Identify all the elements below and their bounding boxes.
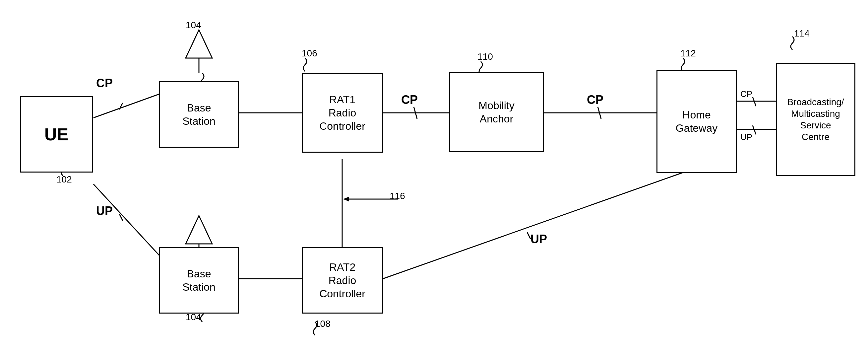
svg-line-21 bbox=[383, 172, 683, 279]
ref-104-bot: 104 bbox=[186, 312, 201, 323]
svg-line-7 bbox=[119, 214, 123, 221]
svg-line-11 bbox=[414, 107, 417, 119]
ref-116: 116 bbox=[390, 191, 405, 201]
diagram-svg bbox=[0, 0, 868, 362]
svg-line-5 bbox=[119, 103, 123, 110]
svg-marker-2 bbox=[186, 216, 212, 244]
svg-line-15 bbox=[753, 97, 756, 106]
up-label-hg: UP bbox=[740, 132, 752, 142]
cp-label-top: CP bbox=[96, 76, 113, 90]
mobility-anchor-label: MobilityAnchor bbox=[478, 99, 514, 126]
ref-110: 110 bbox=[477, 51, 493, 62]
ue-label: UE bbox=[44, 124, 68, 145]
ref-108: 108 bbox=[315, 318, 331, 329]
cp-label-right: CP bbox=[587, 93, 603, 107]
ue-box: UE bbox=[20, 96, 93, 172]
cp-label-hg: CP bbox=[740, 89, 752, 99]
up-label-diagonal: UP bbox=[530, 232, 547, 246]
ref-104-top: 104 bbox=[186, 20, 201, 30]
svg-line-4 bbox=[93, 93, 162, 118]
home-gateway-label: HomeGateway bbox=[676, 108, 717, 135]
rat1-box: RAT1RadioController bbox=[302, 73, 383, 152]
diagram: UE 102 BaseStation 104 BaseStation 104 R… bbox=[0, 0, 868, 362]
svg-marker-20 bbox=[343, 197, 349, 201]
base-station-top-box: BaseStation bbox=[159, 81, 239, 148]
rat2-label: RAT2RadioController bbox=[319, 260, 365, 300]
svg-line-22 bbox=[527, 232, 530, 239]
ue-ref: 102 bbox=[56, 174, 72, 185]
base-station-bottom-box: BaseStation bbox=[159, 247, 239, 313]
broadcasting-box: Broadcasting/MulticastingServiceCentre bbox=[776, 63, 856, 176]
ref-112: 112 bbox=[680, 48, 696, 59]
ref-106: 106 bbox=[302, 48, 317, 59]
base-station-top-label: BaseStation bbox=[182, 101, 216, 128]
svg-line-6 bbox=[93, 184, 162, 259]
svg-line-13 bbox=[598, 107, 601, 119]
rat1-label: RAT1RadioController bbox=[319, 93, 365, 133]
svg-marker-0 bbox=[186, 30, 212, 58]
up-label-left: UP bbox=[96, 204, 113, 218]
broadcasting-label: Broadcasting/MulticastingServiceCentre bbox=[787, 96, 844, 143]
mobility-anchor-box: MobilityAnchor bbox=[449, 72, 544, 152]
rat2-box: RAT2RadioController bbox=[302, 247, 383, 313]
base-station-bottom-label: BaseStation bbox=[182, 267, 216, 294]
cp-label-middle: CP bbox=[401, 93, 418, 107]
svg-line-17 bbox=[753, 126, 756, 134]
home-gateway-box: HomeGateway bbox=[656, 70, 737, 173]
ref-114: 114 bbox=[794, 28, 810, 39]
